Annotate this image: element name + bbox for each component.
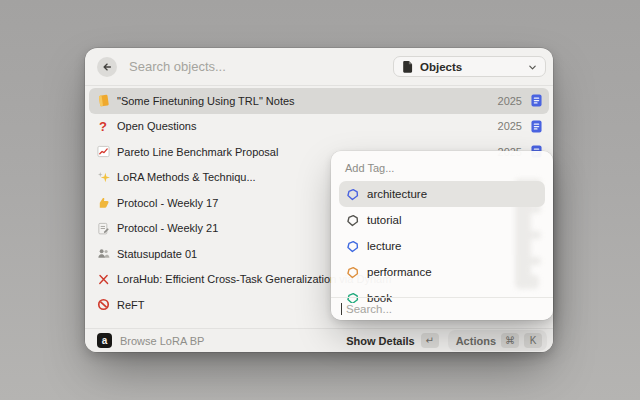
no-entry-icon: [96, 298, 110, 312]
text-cursor: [341, 303, 342, 315]
actions-label: Actions: [456, 335, 496, 347]
document-page-icon: [402, 60, 413, 73]
document-icon: [531, 120, 542, 133]
item-year: 2025: [498, 95, 522, 107]
tag-search-input[interactable]: [344, 302, 543, 316]
search-input[interactable]: [127, 58, 393, 75]
tag-item[interactable]: tutorial: [339, 207, 545, 233]
tag-icon: [346, 240, 359, 253]
back-button[interactable]: [97, 57, 117, 77]
app-logo-icon: a: [97, 333, 112, 348]
actions-button[interactable]: Actions ⌘ K: [448, 330, 547, 351]
app-name: Browse LoRA BP: [120, 335, 346, 347]
command-key-badge: ⌘: [501, 333, 519, 348]
tag-icon: [346, 188, 359, 201]
footer-bar: a Browse LoRA BP Show Details ↵ Actions …: [85, 328, 553, 352]
memo-icon: [96, 221, 110, 235]
chart-icon: [96, 145, 110, 159]
tag-label: tutorial: [367, 214, 402, 226]
show-details-button[interactable]: Show Details ↵: [346, 333, 438, 348]
tag-icon: [346, 214, 359, 227]
back-arrow-icon: [101, 61, 113, 73]
tag-item[interactable]: lecture: [339, 233, 545, 259]
show-details-label: Show Details: [346, 335, 414, 347]
people-icon: [96, 247, 110, 261]
item-year: 2025: [498, 120, 522, 132]
tag-item[interactable]: performance: [339, 259, 545, 285]
question-icon: ?: [96, 119, 110, 133]
dropdown-selected-value: Objects: [420, 61, 528, 73]
item-meta: 2025: [498, 94, 542, 107]
topbar: Objects: [85, 48, 553, 86]
item-title: "Some Finetuning Using TRL" Notes: [117, 95, 490, 107]
tag-label: performance: [367, 266, 432, 278]
tag-label: architecture: [367, 188, 427, 200]
hand-icon: [96, 196, 110, 210]
add-tag-popup: Add Tag... architecturetutoriallecturepe…: [331, 151, 553, 320]
tag-item[interactable]: architecture: [339, 181, 545, 207]
tag-search-bar: [331, 297, 553, 320]
chevron-down-icon: [528, 58, 537, 76]
item-meta: 2025: [498, 120, 542, 133]
list-item[interactable]: "Some Finetuning Using TRL" Notes2025: [89, 88, 549, 114]
popup-title: Add Tag...: [345, 162, 539, 174]
k-key-badge: K: [524, 333, 542, 348]
cross-icon: [96, 272, 110, 286]
item-title: Open Questions: [117, 120, 490, 132]
tag-list: architecturetutoriallectureperformancebo…: [339, 181, 545, 303]
object-type-dropdown[interactable]: Objects: [393, 56, 546, 77]
tag-label: lecture: [367, 240, 402, 252]
sparkles-icon: [96, 170, 110, 184]
tag-icon: [346, 266, 359, 279]
list-item[interactable]: ?Open Questions2025: [89, 114, 549, 140]
document-icon: [531, 94, 542, 107]
notebook-icon: [96, 94, 110, 108]
return-key-badge: ↵: [421, 333, 439, 348]
